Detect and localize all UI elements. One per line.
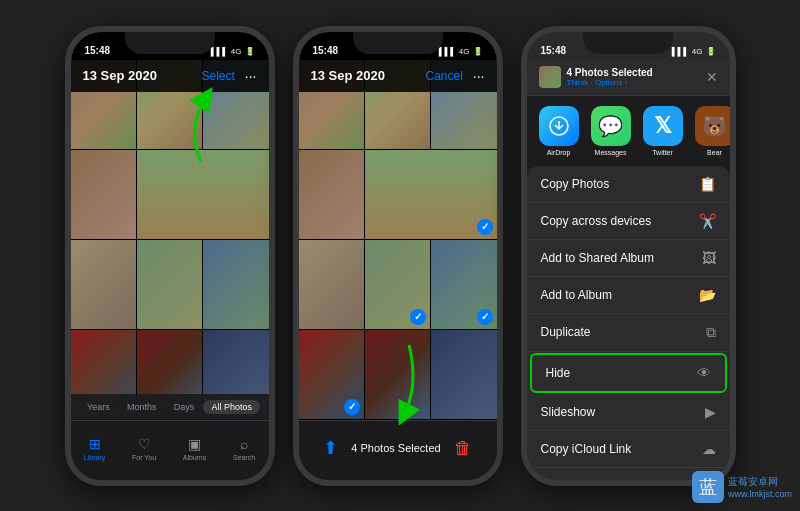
phone2-frame: 15:48 ▌▌▌ 4G 🔋 13 Sep 2020 Cancel ··· — [293, 26, 503, 486]
phone3-frame: 15:48 ▌▌▌ 4G 🔋 4 Photos Selected Thirsk … — [521, 26, 736, 486]
phone2-actions: Cancel ··· — [425, 68, 484, 84]
selected-text: 4 Photos Selected — [351, 442, 440, 454]
slideshow-label: Slideshow — [541, 405, 596, 419]
watermark: 蓝 蓝莓安卓网 www.lmkjst.com — [692, 471, 792, 503]
grid-cell[interactable]: ✓ — [431, 240, 496, 329]
tab-for-you[interactable]: ♡ For You — [132, 436, 156, 461]
share-app-messages[interactable]: 💬 Messages — [591, 106, 631, 156]
phone2-screen: 15:48 ▌▌▌ 4G 🔋 13 Sep 2020 Cancel ··· — [299, 32, 497, 480]
share-actions-list: Copy Photos 📋 Copy across devices ✂️ Add… — [527, 166, 730, 480]
filter-years[interactable]: Years — [79, 400, 118, 414]
phone2-time: 15:48 — [313, 45, 339, 56]
hide-icon: 👁 — [697, 365, 711, 381]
watermark-logo: 蓝 — [692, 471, 724, 503]
action-icloud-link[interactable]: Copy iCloud Link ☁ — [527, 431, 730, 468]
phone2-photo-grid: ✓ ✓ ✓ ✓ — [299, 60, 497, 420]
grid-cell[interactable] — [299, 150, 364, 239]
share-app-row: AirDrop 💬 Messages 𝕏 Twitter 🐻 Bear — [527, 96, 730, 166]
grid-cell[interactable] — [299, 240, 364, 329]
action-duplicate[interactable]: Duplicate ⧉ — [527, 314, 730, 352]
tab-search[interactable]: ⌕ Search — [233, 436, 255, 461]
tab-library[interactable]: ⊞ Library — [84, 436, 105, 461]
grid-cell[interactable] — [431, 330, 496, 419]
share-icon[interactable]: ⬆ — [323, 437, 338, 459]
action-copy-photos[interactable]: Copy Photos 📋 — [527, 166, 730, 203]
grid-cell[interactable] — [365, 330, 430, 419]
airdrop-label: AirDrop — [547, 149, 571, 156]
share-app-airdrop[interactable]: AirDrop — [539, 106, 579, 156]
action-hide[interactable]: Hide 👁 — [530, 353, 727, 393]
selected-check: ✓ — [410, 309, 426, 325]
watch-face-label: Create Watch Face — [541, 479, 644, 480]
selected-check: ✓ — [477, 309, 493, 325]
library-icon: ⊞ — [89, 436, 101, 452]
phone1-top-bar: 13 Sep 2020 Select ··· — [71, 60, 269, 92]
filter-days[interactable]: Days — [166, 400, 203, 414]
phone1-dots[interactable]: ··· — [245, 68, 257, 84]
action-add-album[interactable]: Add to Album 📂 — [527, 277, 730, 314]
duplicate-icon: ⧉ — [706, 324, 716, 341]
grid-cell[interactable] — [71, 150, 136, 239]
action-copy-devices[interactable]: Copy across devices ✂️ — [527, 203, 730, 240]
messages-icon: 💬 — [591, 106, 631, 146]
phone1-tab-bar: ⊞ Library ♡ For You ▣ Albums ⌕ Search — [71, 421, 269, 480]
albums-icon: ▣ — [188, 436, 201, 452]
phone3-status-icons: ▌▌▌ 4G 🔋 — [672, 47, 716, 56]
messages-label: Messages — [595, 149, 627, 156]
phone2-status-icons: ▌▌▌ 4G 🔋 — [439, 47, 483, 56]
share-subtitle[interactable]: Thirsk · Options › — [567, 78, 653, 87]
tab-for-you-label: For You — [132, 454, 156, 461]
copy-photos-icon: 📋 — [699, 176, 716, 192]
tab-albums-label: Albums — [183, 454, 206, 461]
phone1-tab-bar-container: ⊞ Library ♡ For You ▣ Albums ⌕ Search — [71, 420, 269, 480]
share-app-twitter[interactable]: 𝕏 Twitter — [643, 106, 683, 156]
copy-photos-label: Copy Photos — [541, 177, 610, 191]
twitter-label: Twitter — [652, 149, 673, 156]
share-close-btn[interactable]: ✕ — [706, 69, 718, 85]
share-header-left: 4 Photos Selected Thirsk · Options › — [539, 66, 653, 88]
phone2-date: 13 Sep 2020 — [311, 68, 385, 83]
phone1-status-icons: ▌▌▌ 4G 🔋 — [211, 47, 255, 56]
selected-check: ✓ — [344, 399, 360, 415]
copy-devices-label: Copy across devices — [541, 214, 652, 228]
phone1-notch — [125, 32, 215, 54]
tab-albums[interactable]: ▣ Albums — [183, 436, 206, 461]
tab-search-label: Search — [233, 454, 255, 461]
twitter-icon: 𝕏 — [643, 106, 683, 146]
delete-icon[interactable]: 🗑 — [454, 438, 472, 459]
share-app-bear[interactable]: 🐻 Bear — [695, 106, 730, 156]
phone1-date: 13 Sep 2020 — [83, 68, 157, 83]
filter-all-photos[interactable]: All Photos — [203, 400, 260, 414]
grid-cell[interactable]: ✓ — [365, 240, 430, 329]
main-container: 15:48 ▌▌▌ 4G 🔋 13 Sep 2020 Select ··· — [0, 0, 800, 511]
grid-cell[interactable] — [203, 240, 268, 329]
grid-cell[interactable] — [137, 240, 202, 329]
grid-cell[interactable]: ✓ — [299, 330, 364, 419]
filter-months[interactable]: Months — [119, 400, 165, 414]
grid-cell[interactable] — [71, 240, 136, 329]
phone1-screen: 15:48 ▌▌▌ 4G 🔋 13 Sep 2020 Select ··· — [71, 32, 269, 480]
phone1-filter-bar: Years Months Days All Photos — [71, 394, 269, 420]
for-you-icon: ♡ — [138, 436, 151, 452]
phone2-dots[interactable]: ··· — [473, 68, 485, 84]
phone3-time: 15:48 — [541, 45, 567, 56]
shared-album-label: Add to Shared Album — [541, 251, 654, 265]
phone2-cancel-btn[interactable]: Cancel — [425, 69, 462, 83]
slideshow-icon: ▶ — [705, 404, 716, 420]
hide-label: Hide — [546, 366, 571, 380]
tab-library-label: Library — [84, 454, 105, 461]
watermark-text: 蓝莓安卓网 www.lmkjst.com — [728, 475, 792, 499]
phone2-top-bar: 13 Sep 2020 Cancel ··· — [299, 60, 497, 92]
phone1-time: 15:48 — [85, 45, 111, 56]
selected-check: ✓ — [477, 219, 493, 235]
grid-cell[interactable] — [137, 150, 269, 239]
grid-cell[interactable]: ✓ — [365, 150, 497, 239]
phone1-select-btn[interactable]: Select — [201, 69, 234, 83]
copy-devices-icon: ✂️ — [699, 213, 716, 229]
icloud-link-label: Copy iCloud Link — [541, 442, 632, 456]
action-slideshow[interactable]: Slideshow ▶ — [527, 394, 730, 431]
bear-label: Bear — [707, 149, 722, 156]
phone1-photo-grid — [71, 60, 269, 420]
action-shared-album[interactable]: Add to Shared Album 🖼 — [527, 240, 730, 277]
share-title: 4 Photos Selected — [567, 67, 653, 78]
